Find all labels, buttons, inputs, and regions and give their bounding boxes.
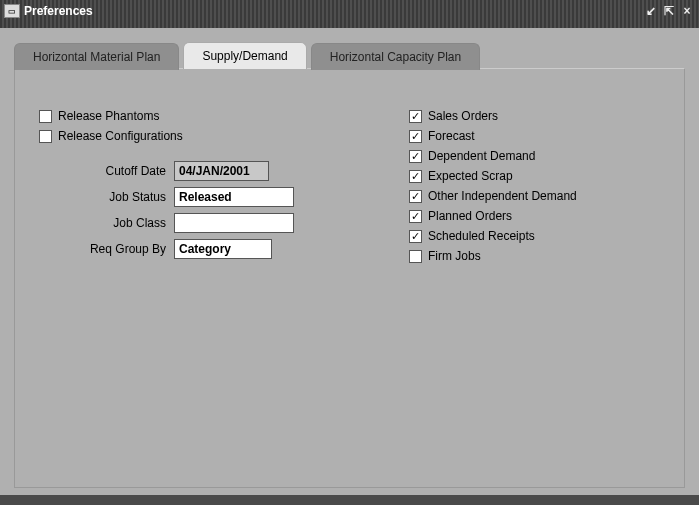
firm-jobs-row: Firm Jobs — [409, 249, 660, 263]
scheduled-receipts-row: Scheduled Receipts — [409, 229, 660, 243]
expected-scrap-checkbox[interactable] — [409, 170, 422, 183]
req-group-by-field[interactable] — [174, 239, 272, 259]
scheduled-receipts-checkbox[interactable] — [409, 230, 422, 243]
dependent-demand-label: Dependent Demand — [428, 149, 535, 163]
release-configurations-checkbox[interactable] — [39, 130, 52, 143]
job-class-row: Job Class — [39, 213, 369, 233]
cutoff-date-field[interactable] — [174, 161, 269, 181]
tab-strip: Horizontal Material Plan Supply/Demand H… — [14, 42, 685, 69]
bottom-chrome — [0, 495, 699, 505]
cutoff-date-label: Cutoff Date — [39, 164, 174, 178]
tab-horizontal-material-plan[interactable]: Horizontal Material Plan — [14, 43, 179, 70]
sales-orders-row: Sales Orders — [409, 109, 660, 123]
forecast-label: Forecast — [428, 129, 475, 143]
forecast-checkbox[interactable] — [409, 130, 422, 143]
forecast-row: Forecast — [409, 129, 660, 143]
sales-orders-label: Sales Orders — [428, 109, 498, 123]
release-phantoms-label: Release Phantoms — [58, 109, 159, 123]
job-status-row: Job Status — [39, 187, 369, 207]
other-independent-demand-row: Other Independent Demand — [409, 189, 660, 203]
expected-scrap-label: Expected Scrap — [428, 169, 513, 183]
tab-panel-supply-demand: Release Phantoms Release Configurations … — [14, 68, 685, 488]
other-independent-demand-label: Other Independent Demand — [428, 189, 577, 203]
dependent-demand-checkbox[interactable] — [409, 150, 422, 163]
expected-scrap-row: Expected Scrap — [409, 169, 660, 183]
tab-horizontal-capacity-plan[interactable]: Horizontal Capacity Plan — [311, 43, 480, 70]
req-group-by-row: Req Group By — [39, 239, 369, 259]
right-column: Sales Orders Forecast Dependent Demand E… — [409, 109, 660, 269]
preferences-window: ▭ Preferences ↙ ⇱ × Horizontal Material … — [0, 0, 699, 505]
req-group-by-label: Req Group By — [39, 242, 174, 256]
other-independent-demand-checkbox[interactable] — [409, 190, 422, 203]
job-class-field[interactable] — [174, 213, 294, 233]
firm-jobs-checkbox[interactable] — [409, 250, 422, 263]
tab-supply-demand[interactable]: Supply/Demand — [183, 42, 306, 69]
cutoff-date-row: Cutoff Date — [39, 161, 369, 181]
sales-orders-checkbox[interactable] — [409, 110, 422, 123]
release-phantoms-row: Release Phantoms — [39, 109, 369, 123]
job-status-label: Job Status — [39, 190, 174, 204]
scheduled-receipts-label: Scheduled Receipts — [428, 229, 535, 243]
client-area: Horizontal Material Plan Supply/Demand H… — [0, 28, 699, 505]
dependent-demand-row: Dependent Demand — [409, 149, 660, 163]
app-icon: ▭ — [4, 4, 20, 18]
release-configurations-label: Release Configurations — [58, 129, 183, 143]
close-icon[interactable]: × — [679, 4, 695, 18]
release-configurations-row: Release Configurations — [39, 129, 369, 143]
form-block: Cutoff Date Job Status Job Class Re — [39, 161, 369, 259]
planned-orders-checkbox[interactable] — [409, 210, 422, 223]
planned-orders-label: Planned Orders — [428, 209, 512, 223]
titlebar: ▭ Preferences ↙ ⇱ × — [0, 0, 699, 22]
firm-jobs-label: Firm Jobs — [428, 249, 481, 263]
job-status-field[interactable] — [174, 187, 294, 207]
restore-icon[interactable]: ⇱ — [661, 4, 677, 18]
window-title: Preferences — [24, 4, 93, 18]
left-column: Release Phantoms Release Configurations … — [39, 109, 369, 269]
release-phantoms-checkbox[interactable] — [39, 110, 52, 123]
minimize-icon[interactable]: ↙ — [643, 4, 659, 18]
job-class-label: Job Class — [39, 216, 174, 230]
planned-orders-row: Planned Orders — [409, 209, 660, 223]
